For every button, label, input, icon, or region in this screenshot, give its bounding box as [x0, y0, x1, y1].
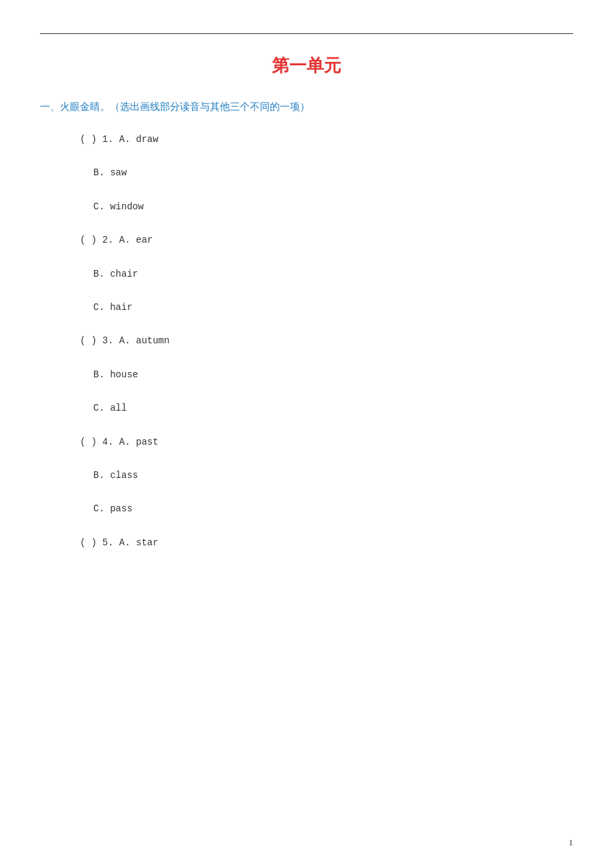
question-4: ( ) 4. A. past [80, 435, 573, 449]
page-number: 1 [569, 837, 574, 848]
question-3: ( ) 3. A. autumn [80, 333, 573, 348]
top-divider [40, 33, 573, 34]
section-title: 一、火眼金睛。（选出画线部分读音与其他三个不同的一项） [40, 101, 573, 113]
question-3-option-c: C. all [93, 401, 573, 415]
question-1-option-c: C. window [93, 199, 573, 214]
question-4-option-c: C. pass [93, 501, 573, 516]
question-2-option-c: C. hair [93, 300, 573, 315]
question-4-option-b: B. class [93, 468, 573, 483]
page-title: 第一单元 [40, 54, 573, 77]
question-1: ( ) 1. A. draw [80, 132, 573, 147]
page-container: 第一单元 一、火眼金睛。（选出画线部分读音与其他三个不同的一项） ( ) 1. … [0, 0, 613, 868]
question-3-option-b: B. house [93, 367, 573, 382]
question-1-option-b: B. saw [93, 165, 573, 180]
question-2-option-b: B. chair [93, 267, 573, 281]
question-2: ( ) 2. A. ear [80, 233, 573, 247]
questions-block: ( ) 1. A. draw B. saw C. window ( ) 2. A… [80, 132, 573, 550]
question-5: ( ) 5. A. star [80, 535, 573, 550]
